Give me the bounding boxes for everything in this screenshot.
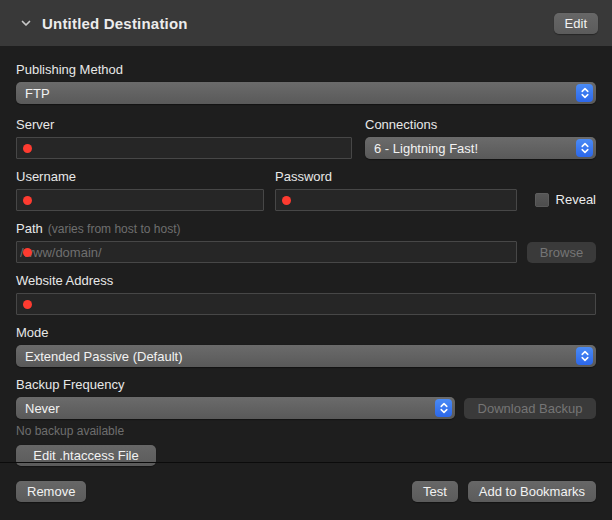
backup-frequency-select[interactable]: Never xyxy=(16,397,455,419)
reveal-checkbox[interactable] xyxy=(535,193,549,207)
publishing-method-select[interactable]: FTP xyxy=(16,82,596,104)
username-field-wrap xyxy=(16,189,264,211)
backup-frequency-value: Never xyxy=(25,401,435,416)
mode-select[interactable]: Extended Passive (Default) xyxy=(16,345,596,367)
username-label: Username xyxy=(16,169,264,185)
backup-frequency-label: Backup Frequency xyxy=(16,377,596,393)
publishing-method-value: FTP xyxy=(25,86,576,101)
footer-bar: Remove Test Add to Bookmarks xyxy=(0,462,612,520)
validation-dot-icon xyxy=(282,196,291,205)
chevron-down-icon[interactable] xyxy=(18,15,34,31)
validation-dot-icon xyxy=(23,144,32,153)
browse-button[interactable]: Browse xyxy=(527,242,596,263)
edit-button[interactable]: Edit xyxy=(554,13,598,34)
connections-select[interactable]: 6 - Lightning Fast! xyxy=(365,137,596,159)
path-field-wrap xyxy=(16,241,517,263)
server-field-wrap xyxy=(16,137,352,159)
mode-label: Mode xyxy=(16,325,596,341)
chevron-up-down-icon xyxy=(435,399,452,417)
publishing-method-label: Publishing Method xyxy=(16,62,596,78)
connections-value: 6 - Lightning Fast! xyxy=(374,141,576,156)
backup-status-text: No backup available xyxy=(16,424,596,438)
validation-dot-icon xyxy=(23,300,32,309)
path-hint: (varies from host to host) xyxy=(48,222,181,236)
chevron-up-down-icon xyxy=(576,84,593,102)
add-to-bookmarks-button[interactable]: Add to Bookmarks xyxy=(468,481,596,502)
download-backup-button[interactable]: Download Backup xyxy=(464,398,596,419)
path-label: Path xyxy=(16,221,43,236)
website-address-field-wrap xyxy=(16,293,596,315)
password-label: Password xyxy=(275,169,517,185)
validation-dot-icon xyxy=(23,248,32,257)
destination-title: Untitled Destination xyxy=(42,15,554,32)
reveal-label: Reveal xyxy=(556,192,596,207)
destination-header: Untitled Destination Edit xyxy=(0,0,612,46)
password-field-wrap xyxy=(275,189,517,211)
path-input[interactable] xyxy=(17,242,516,262)
connections-label: Connections xyxy=(365,117,596,133)
website-address-input[interactable] xyxy=(17,294,595,314)
password-input[interactable] xyxy=(276,190,516,210)
validation-dot-icon xyxy=(23,196,32,205)
chevron-up-down-icon xyxy=(576,139,593,157)
mode-value: Extended Passive (Default) xyxy=(25,349,576,364)
server-input[interactable] xyxy=(17,138,351,158)
website-address-label: Website Address xyxy=(16,273,596,289)
test-button[interactable]: Test xyxy=(412,481,458,502)
chevron-up-down-icon xyxy=(576,347,593,365)
username-input[interactable] xyxy=(17,190,263,210)
server-label: Server xyxy=(16,117,352,133)
remove-button[interactable]: Remove xyxy=(16,481,86,502)
